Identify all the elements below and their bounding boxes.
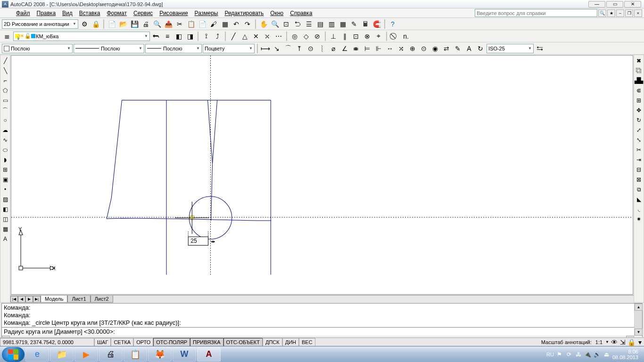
tool-palettes-icon[interactable]: ▥ (326, 19, 337, 29)
linetype-dropdown[interactable]: Послою▼ (74, 44, 144, 53)
search-icon[interactable]: 🔍 (598, 9, 606, 17)
new-icon[interactable]: 📄 (107, 19, 117, 29)
anno-vis-icon[interactable]: 👁 (610, 338, 619, 346)
task-hp[interactable]: 🖨 (99, 347, 123, 362)
tab-layout2[interactable]: Лист2 (91, 296, 113, 303)
point-icon[interactable]: • (0, 185, 10, 194)
polyline-icon[interactable]: ⌐ (0, 76, 10, 85)
tray-language[interactable]: RU (546, 352, 554, 357)
snap-node-icon[interactable]: ⊗ (362, 31, 372, 41)
favorite-icon[interactable]: ★ (607, 9, 615, 17)
drawing-canvas[interactable]: ✕ 25 ◂▸ X Y (11, 55, 633, 295)
cut-icon[interactable]: ✂ (174, 19, 185, 29)
break-at-icon[interactable]: ⊟ (634, 165, 644, 174)
workspace-lock-icon[interactable]: 🔒 (91, 19, 101, 29)
status-tray-icon[interactable]: ▾ (636, 338, 644, 346)
snap-extension-icon[interactable]: ⋯ (273, 31, 284, 41)
layer-states-icon[interactable]: ≡ (162, 31, 173, 41)
extend-icon[interactable]: ⇥ (634, 155, 644, 165)
osnap-from-icon[interactable]: ⤴ (212, 31, 223, 41)
menu-dimension[interactable]: Размеры (192, 10, 221, 16)
menu-file[interactable]: Файл (13, 10, 33, 16)
lineweight-dropdown[interactable]: Послою▼ (145, 44, 202, 53)
markup-icon[interactable]: ✎ (349, 19, 359, 29)
circle-icon[interactable]: ○ (0, 115, 10, 125)
dimstyle-manager-icon[interactable]: ⮀ (535, 43, 545, 54)
revcloud-icon[interactable]: ☁ (0, 125, 10, 135)
open-icon[interactable]: 📂 (118, 19, 128, 29)
menu-format[interactable]: Формат (104, 10, 130, 16)
dim-quick-icon[interactable]: ⩩ (351, 43, 361, 54)
hatch-icon[interactable]: ▨ (0, 195, 10, 204)
dim-aligned-icon[interactable]: ↘ (272, 43, 282, 54)
pan-icon[interactable]: ✋ (258, 19, 269, 29)
layer-properties-icon[interactable]: ≣ (2, 31, 12, 41)
start-button[interactable] (2, 347, 25, 362)
dim-jogged-lin-icon[interactable]: ⇄ (441, 43, 452, 54)
scale-icon[interactable]: ⤢ (634, 125, 644, 135)
table-icon[interactable]: ▦ (0, 224, 10, 234)
offset-icon[interactable]: ⋐ (634, 86, 644, 95)
dim-radius-icon[interactable]: ⊙ (305, 43, 316, 54)
snap-parallel-icon[interactable]: ∥ (339, 31, 350, 41)
snap-intersect-icon[interactable]: ✕ (251, 31, 261, 41)
maximize-button[interactable]: ▭ (606, 1, 623, 8)
dim-ordinate-icon[interactable]: ⤒ (294, 43, 305, 54)
join-icon[interactable]: ⧉ (634, 185, 644, 194)
copy-obj-icon[interactable]: ⿻ (634, 66, 644, 75)
toggle-snap[interactable]: ШАГ (94, 338, 111, 346)
toggle-polar[interactable]: ОТС-ПОЛЯР (153, 338, 190, 346)
menu-view[interactable]: Вид (59, 10, 75, 16)
zoom-prev-icon[interactable]: ⮌ (292, 19, 303, 29)
task-firefox[interactable]: 🦊 (148, 347, 172, 362)
dim-tedit-icon[interactable]: A (464, 43, 474, 54)
mdi-restore-button[interactable]: ❐ (625, 9, 633, 17)
trim-icon[interactable]: ✂ (634, 145, 644, 155)
zoom-window-icon[interactable]: ⊡ (281, 19, 291, 29)
menu-insert[interactable]: Вставка (76, 10, 103, 16)
calculator-icon[interactable]: 🖩 (360, 19, 371, 29)
color-dropdown[interactable]: Послою▼ (2, 44, 73, 53)
tray-action-icon[interactable]: ⚑ (556, 351, 563, 358)
tolerance-icon[interactable]: ⊕ (407, 43, 418, 54)
tab-layout1[interactable]: Лист1 (67, 296, 90, 303)
snap-none-icon[interactable]: ⃠ (389, 31, 400, 41)
mtext-icon[interactable]: A (0, 234, 10, 244)
toggle-lwt[interactable]: ВЕС (299, 338, 315, 346)
menu-modify[interactable]: Редактировать (222, 10, 266, 16)
stretch-icon[interactable]: ⤡ (634, 135, 644, 145)
dim-jogged-icon[interactable]: ⦚ (317, 43, 327, 54)
ellipse-arc-icon[interactable]: ◗ (0, 155, 10, 165)
tray-power-icon[interactable]: 🔌 (584, 351, 592, 358)
design-center-icon[interactable]: ▤ (315, 19, 325, 29)
snap-tangent-icon[interactable]: ⊘ (312, 31, 322, 41)
minimize-button[interactable]: — (588, 1, 605, 8)
snap-nearest-icon[interactable]: ⌖ (373, 31, 384, 41)
layer-iso-icon[interactable]: ◧ (173, 31, 184, 41)
anno-auto-icon[interactable]: ⇲ (619, 338, 627, 346)
redo-icon[interactable]: ↷ (242, 19, 253, 29)
toggle-osnap[interactable]: ПРИВЯЗКА (190, 338, 223, 346)
toggle-ortho[interactable]: ОРТО (133, 338, 153, 346)
menu-draw[interactable]: Рисование (157, 10, 190, 16)
dim-update-icon[interactable]: ↻ (475, 43, 486, 54)
gradient-icon[interactable]: ◧ (0, 205, 10, 214)
anno-scale-value[interactable]: 1:1 (594, 339, 604, 345)
tab-next-button[interactable]: ▶ (25, 296, 33, 303)
tab-last-button[interactable]: ▶| (33, 296, 41, 303)
line-icon[interactable]: ╱ (0, 56, 10, 66)
workspace-dropdown[interactable]: 2D Рисование и аннотации▼ (2, 19, 78, 29)
layer-dropdown[interactable]: 💡 ☀ 🔓 КМ_юБка ▼ (13, 32, 150, 41)
tab-model[interactable]: Модель (41, 296, 67, 303)
region-icon[interactable]: ◫ (0, 214, 10, 224)
dim-angular-icon[interactable]: ∠ (339, 43, 350, 54)
toggle-dyn[interactable]: ДИН (282, 338, 299, 346)
block-editor-icon[interactable]: ▦ (220, 19, 230, 29)
mdi-close-button[interactable]: × (634, 9, 642, 17)
paste-icon[interactable]: 📄 (197, 19, 207, 29)
task-ie[interactable]: e (25, 347, 49, 362)
layer-prev-icon[interactable]: ⮪ (151, 31, 161, 41)
center-mark-icon[interactable]: ⊙ (419, 43, 429, 54)
arc-icon[interactable]: ⌒ (0, 106, 10, 115)
dimstyle-dropdown[interactable]: ISO-25▼ (487, 44, 534, 53)
